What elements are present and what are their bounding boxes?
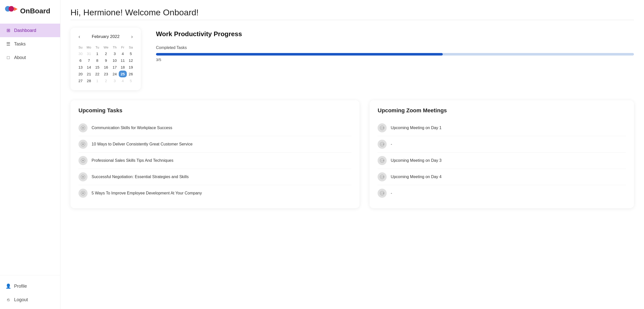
calendar-day[interactable]: 31 [85, 50, 93, 57]
sidebar-item-about-label: About [14, 55, 26, 60]
upcoming-tasks-title: Upcoming Tasks [78, 107, 351, 114]
progress-count: 3/5 [156, 58, 161, 62]
calendar-day[interactable]: 3 [111, 77, 119, 84]
productivity-title: Work Productivity Progress [156, 30, 634, 38]
calendar-day[interactable]: 8 [93, 57, 101, 64]
svg-rect-14 [381, 144, 383, 145]
profile-icon: 👤 [6, 283, 11, 289]
sidebar-item-dashboard-label: Dashboard [14, 28, 36, 33]
task-item[interactable]: 5 Ways To Improve Employee Development A… [78, 185, 351, 201]
meeting-text: - [391, 191, 392, 195]
calendar-day[interactable]: 5 [127, 77, 135, 84]
calendar-header: ‹ February 2022 › [76, 33, 135, 40]
cal-dow-mo: Mo [85, 44, 93, 50]
calendar-day[interactable]: 1 [93, 50, 101, 57]
calendar-day[interactable]: 15 [93, 64, 101, 71]
meeting-item[interactable]: Upcoming Meeting on Day 1 [378, 120, 626, 136]
logo-area: OnBoard [0, 0, 60, 21]
calendar-day[interactable]: 16 [101, 64, 111, 71]
calendar-day[interactable]: 4 [119, 50, 127, 57]
calendar-day[interactable]: 14 [85, 64, 93, 71]
logo-icon [5, 6, 18, 16]
meeting-icon [378, 140, 387, 149]
meeting-text: Upcoming Meeting on Day 4 [391, 175, 441, 179]
task-text: 5 Ways To Improve Employee Development A… [92, 191, 202, 195]
calendar-day[interactable]: 11 [119, 57, 127, 64]
task-text: Successful Negotiation: Essential Strate… [92, 175, 189, 179]
tasks-list: Communication Skills for Workplace Succe… [78, 120, 351, 201]
task-item[interactable]: 10 Ways to Deliver Consistently Great Cu… [78, 136, 351, 152]
calendar-day[interactable]: 23 [101, 71, 111, 77]
sidebar-nav: ⊞ Dashboard ☰ Tasks □ About [0, 21, 60, 275]
sidebar-item-dashboard[interactable]: ⊞ Dashboard [0, 24, 60, 37]
svg-rect-5 [82, 160, 84, 161]
meeting-item[interactable]: Upcoming Meeting on Day 4 [378, 169, 626, 185]
progress-bar-background [156, 53, 634, 56]
calendar-day[interactable]: 26 [127, 71, 135, 77]
dashboard-icon: ⊞ [6, 28, 11, 33]
calendar-day[interactable]: 22 [93, 71, 101, 77]
calendar-day[interactable]: 2 [101, 77, 111, 84]
task-icon [78, 140, 88, 149]
calendar-day[interactable]: 13 [76, 64, 85, 71]
about-icon: □ [6, 55, 11, 60]
calendar-day[interactable]: 17 [111, 64, 119, 71]
top-row: ‹ February 2022 › Su Mo Tu We Th Fr Sa [70, 28, 634, 90]
svg-rect-11 [381, 127, 383, 129]
meeting-icon [378, 172, 387, 181]
calendar-day[interactable]: 20 [76, 71, 85, 77]
tasks-icon: ☰ [6, 41, 11, 47]
calendar-day[interactable]: 30 [76, 50, 85, 57]
calendar-day[interactable]: 10 [111, 57, 119, 64]
upcoming-meetings-card: Upcoming Zoom Meetings Upcoming Meeting … [370, 100, 634, 208]
calendar-day[interactable]: 7 [85, 57, 93, 64]
task-item[interactable]: Communication Skills for Workplace Succe… [78, 120, 351, 136]
meeting-item[interactable]: - [378, 185, 626, 201]
svg-rect-9 [82, 192, 84, 194]
calendar-day[interactable]: 19 [127, 64, 135, 71]
bottom-row: Upcoming Tasks Communication Skills for … [70, 100, 634, 208]
meeting-item[interactable]: Upcoming Meeting on Day 3 [378, 152, 626, 169]
svg-rect-17 [381, 160, 383, 161]
calendar-card: ‹ February 2022 › Su Mo Tu We Th Fr Sa [70, 28, 141, 90]
calendar-day[interactable]: 6 [76, 57, 85, 64]
calendar-day[interactable]: 28 [85, 77, 93, 84]
calendar-day[interactable]: 4 [119, 77, 127, 84]
sidebar-item-profile-label: Profile [14, 284, 27, 289]
meeting-text: Upcoming Meeting on Day 3 [391, 158, 441, 163]
svg-rect-3 [82, 143, 84, 145]
sidebar-item-logout[interactable]: ⎋ Logout [0, 293, 60, 306]
calendar-prev-button[interactable]: ‹ [76, 33, 82, 40]
task-text: Professional Sales Skills Tips And Techn… [92, 158, 173, 163]
task-text: 10 Ways to Deliver Consistently Great Cu… [92, 142, 192, 146]
sidebar-item-about[interactable]: □ About [0, 51, 60, 64]
meeting-icon [378, 156, 387, 165]
calendar-day[interactable]: 5 [127, 50, 135, 57]
calendar-day[interactable]: 21 [85, 71, 93, 77]
welcome-header: Hi, Hermione! Welcome Onboard! [70, 8, 634, 20]
cal-dow-su: Su [76, 44, 85, 50]
task-item[interactable]: Successful Negotiation: Essential Strate… [78, 169, 351, 185]
svg-rect-1 [82, 127, 84, 129]
calendar-day[interactable]: 18 [119, 64, 127, 71]
calendar-day[interactable]: 3 [111, 50, 119, 57]
calendar-day[interactable]: 12 [127, 57, 135, 64]
calendar-day[interactable]: 2 [101, 50, 111, 57]
logout-icon: ⎋ [6, 297, 11, 302]
calendar-day[interactable]: 27 [76, 77, 85, 84]
calendar-day[interactable]: 1 [93, 77, 101, 84]
calendar-day[interactable]: 9 [101, 57, 111, 64]
sidebar-item-profile[interactable]: 👤 Profile [0, 279, 60, 293]
sidebar-bottom: 👤 Profile ⎋ Logout [0, 275, 60, 309]
productivity-section: Work Productivity Progress Completed Tas… [156, 28, 634, 62]
cal-dow-tu: Tu [93, 44, 101, 50]
sidebar-item-tasks[interactable]: ☰ Tasks [0, 37, 60, 51]
task-icon [78, 172, 88, 181]
task-icon [78, 123, 88, 132]
calendar-next-button[interactable]: › [129, 33, 135, 40]
calendar-day[interactable]: 25 [119, 71, 127, 77]
calendar-day[interactable]: 24 [111, 71, 119, 77]
svg-rect-20 [381, 176, 383, 178]
task-item[interactable]: Professional Sales Skills Tips And Techn… [78, 152, 351, 169]
meeting-item[interactable]: - [378, 136, 626, 152]
